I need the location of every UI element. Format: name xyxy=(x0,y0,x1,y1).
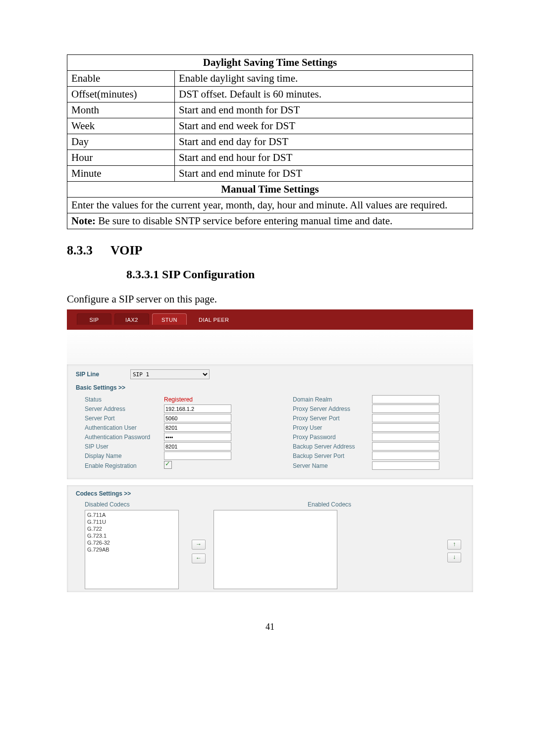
proxy-server-address-input[interactable] xyxy=(372,404,439,413)
basic-settings-title: Basic Settings >> xyxy=(76,384,464,391)
arrow-left-icon: ← xyxy=(196,554,202,561)
dst-row-hour-key: Hour xyxy=(67,150,175,166)
note-label: Note: xyxy=(71,215,96,227)
codec-item[interactable]: G.711A xyxy=(87,511,176,518)
dst-row-day-key: Day xyxy=(67,134,175,150)
dst-header: Daylight Saving Time Settings xyxy=(67,55,473,71)
auth-password-label: Authentication Password xyxy=(85,434,164,441)
dst-row-day-val: Start and end day for DST xyxy=(175,134,473,150)
sip-config-screenshot: SIP IAX2 STUN DIAL PEER SIP Line SIP 1 B… xyxy=(67,309,473,592)
manual-time-line1: Enter the values for the current year, m… xyxy=(67,198,473,213)
codec-item[interactable]: G.711U xyxy=(87,518,176,525)
dst-row-enable-val: Enable daylight saving time. xyxy=(175,71,473,87)
auth-user-input[interactable] xyxy=(164,423,231,432)
dst-row-hour-val: Start and end hour for DST xyxy=(175,150,473,166)
server-address-label: Server Address xyxy=(85,405,164,412)
domain-realm-label: Domain Realm xyxy=(293,396,372,403)
heading-8-3-3-number: 8.3.3 xyxy=(67,243,93,257)
backup-server-port-label: Backup Server Port xyxy=(293,453,372,459)
dst-row-minute-val: Start and end minute for DST xyxy=(175,166,473,182)
tab-iax2[interactable]: IAX2 xyxy=(114,313,149,325)
sip-user-label: SIP User xyxy=(85,443,164,450)
codec-item[interactable]: G.726-32 xyxy=(87,539,176,546)
display-name-label: Display Name xyxy=(85,453,164,459)
backup-server-port-input[interactable] xyxy=(372,452,439,460)
server-name-input[interactable] xyxy=(372,461,439,470)
tab-bar: SIP IAX2 STUN DIAL PEER xyxy=(67,309,473,330)
codec-item[interactable]: G.729AB xyxy=(87,546,176,553)
move-down-button[interactable]: ↓ xyxy=(447,553,461,562)
proxy-server-port-label: Proxy Server Port xyxy=(293,415,372,422)
dst-row-offset-key: Offset(minutes) xyxy=(67,87,175,102)
server-port-input[interactable] xyxy=(164,414,231,422)
dst-row-minute-key: Minute xyxy=(67,166,175,182)
basic-settings-panel: SIP Line SIP 1 Basic Settings >> Status … xyxy=(67,364,473,479)
arrow-right-icon: → xyxy=(196,541,202,548)
move-left-button[interactable]: ← xyxy=(192,554,206,563)
enable-registration-label: Enable Registration xyxy=(85,462,164,469)
tab-dial-peer[interactable]: DIAL PEER xyxy=(190,314,238,325)
tab-sip[interactable]: SIP xyxy=(77,313,111,325)
heading-8-3-3-1: 8.3.3.1 SIP Configuration xyxy=(126,268,473,281)
enable-registration-checkbox[interactable] xyxy=(164,461,172,469)
codecs-settings-panel: Codecs Settings >> Disabled Codecs Enabl… xyxy=(67,485,473,592)
page-number: 41 xyxy=(67,622,473,632)
proxy-server-port-input[interactable] xyxy=(372,414,439,422)
proxy-user-label: Proxy User xyxy=(293,424,372,431)
dst-row-week-val: Start and end week for DST xyxy=(175,118,473,134)
server-port-label: Server Port xyxy=(85,415,164,422)
auth-user-label: Authentication User xyxy=(85,424,164,431)
move-up-button[interactable]: ↑ xyxy=(447,540,461,550)
sip-user-input[interactable] xyxy=(164,442,231,451)
arrow-down-icon: ↓ xyxy=(453,554,456,560)
disabled-codecs-label: Disabled Codecs xyxy=(85,501,214,508)
heading-8-3-3-title: VOIP xyxy=(110,243,142,257)
tab-stun[interactable]: STUN xyxy=(152,313,187,325)
server-name-label: Server Name xyxy=(293,462,372,469)
codecs-settings-title: Codecs Settings >> xyxy=(76,490,464,497)
manual-time-line2: Note: Be sure to disable SNTP service be… xyxy=(67,213,473,229)
status-label: Status xyxy=(85,396,164,403)
backup-server-address-label: Backup Server Address xyxy=(293,443,372,450)
domain-realm-input[interactable] xyxy=(372,395,439,403)
enabled-codecs-label: Enabled Codecs xyxy=(308,501,351,508)
codec-item[interactable]: G.722 xyxy=(87,525,176,532)
display-name-input[interactable] xyxy=(164,452,231,460)
auth-password-input[interactable] xyxy=(164,433,231,441)
dst-row-month-val: Start and end month for DST xyxy=(175,102,473,118)
proxy-password-input[interactable] xyxy=(372,433,439,441)
move-right-button[interactable]: → xyxy=(192,540,206,550)
dst-row-week-key: Week xyxy=(67,118,175,134)
manual-time-header: Manual Time Settings xyxy=(67,182,473,198)
disabled-codecs-list[interactable]: G.711AG.711UG.722G.723.1G.726-32G.729AB xyxy=(85,510,179,589)
dst-row-offset-val: DST offset. Default is 60 minutes. xyxy=(175,87,473,102)
note-text: Be sure to disable SNTP service before e… xyxy=(96,215,392,227)
dst-row-enable-key: Enable xyxy=(67,71,175,87)
heading-8-3-3: 8.3.3VOIP xyxy=(67,243,473,258)
dst-settings-table: Daylight Saving Time Settings Enable Ena… xyxy=(67,54,473,229)
enabled-codecs-list[interactable] xyxy=(214,510,337,589)
backup-server-address-input[interactable] xyxy=(372,442,439,451)
sip-line-select[interactable]: SIP 1 xyxy=(130,369,210,379)
server-address-input[interactable] xyxy=(164,404,231,413)
intro-text: Configure a SIP server on this page. xyxy=(67,293,473,305)
status-value: Registered xyxy=(164,396,263,403)
sip-line-label: SIP Line xyxy=(76,371,130,378)
codec-item[interactable]: G.723.1 xyxy=(87,532,176,539)
proxy-server-address-label: Proxy Server Address xyxy=(293,405,372,412)
dst-row-month-key: Month xyxy=(67,102,175,118)
arrow-up-icon: ↑ xyxy=(453,541,456,548)
proxy-user-input[interactable] xyxy=(372,423,439,432)
proxy-password-label: Proxy Password xyxy=(293,434,372,441)
